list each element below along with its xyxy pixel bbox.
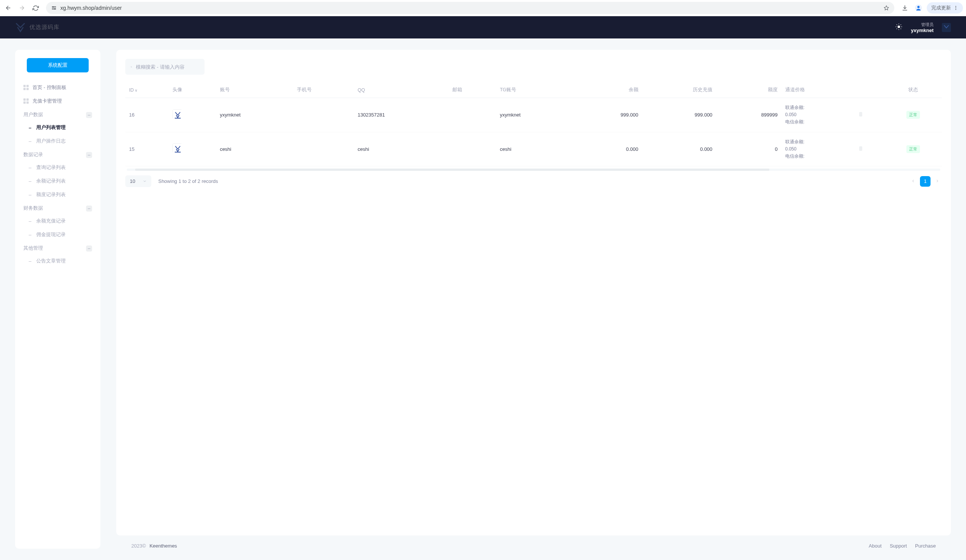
- page-next[interactable]: [933, 176, 942, 187]
- sidebar-item-user-log[interactable]: 用户操作日志: [22, 134, 94, 148]
- brand-logo[interactable]: 优选源码库: [15, 22, 60, 33]
- col-id[interactable]: ID: [125, 82, 169, 98]
- sidebar-item-recharge[interactable]: 充值卡密管理: [22, 94, 94, 108]
- cell-email: [449, 132, 496, 166]
- status-badge: 正常: [906, 145, 920, 153]
- sidebar-item-quota-records[interactable]: 额度记录列表: [22, 188, 94, 201]
- cell-balance: 999.000: [573, 98, 642, 133]
- sidebar-item-withdrawal-records[interactable]: 佣金提现记录: [22, 228, 94, 241]
- theme-toggle[interactable]: [895, 23, 903, 32]
- reload-button[interactable]: [30, 3, 41, 13]
- svg-point-19: [131, 66, 132, 67]
- address-bar[interactable]: xg.hwym.shop/admin/user: [46, 2, 894, 14]
- status-badge: 正常: [906, 111, 920, 119]
- search-input[interactable]: [136, 64, 199, 70]
- col-channel[interactable]: 通道价格: [782, 82, 856, 98]
- content-panel: ID 头像 账号 手机号 QQ 邮箱 TG账号 余额 历史充值 额度 通道价格 …: [116, 50, 951, 535]
- cell-tg: ceshi: [496, 132, 573, 166]
- col-qq[interactable]: QQ: [354, 82, 449, 98]
- main-layout: 系统配置 首页 - 控制面板 充值卡密管理 用户数据– 用户列表管理 用户操作日…: [0, 38, 966, 560]
- sidebar-item-balance-records[interactable]: 余额记录列表: [22, 174, 94, 188]
- section-user-data[interactable]: 用户数据–: [22, 108, 94, 121]
- search-bar: [125, 59, 205, 75]
- sidebar-item-dashboard[interactable]: 首页 - 控制面板: [22, 81, 94, 94]
- section-other[interactable]: 其他管理–: [22, 241, 94, 254]
- update-button[interactable]: 完成更新: [927, 2, 963, 13]
- search-icon: [131, 64, 132, 70]
- svg-line-20: [132, 67, 132, 67]
- cell-history: 999.000: [642, 98, 716, 133]
- disabled-icon: [859, 146, 862, 151]
- svg-point-8: [955, 9, 956, 10]
- col-history[interactable]: 历史充值: [642, 82, 716, 98]
- svg-line-13: [901, 28, 901, 29]
- browser-toolbar: xg.hwym.shop/admin/user 完成更新: [0, 0, 966, 16]
- kebab-icon: [953, 5, 958, 11]
- col-icon: [856, 82, 884, 98]
- sidebar-item-user-list[interactable]: 用户列表管理: [22, 121, 94, 134]
- svg-point-3: [54, 8, 55, 9]
- cell-phone: [293, 98, 354, 133]
- page-prev[interactable]: [909, 176, 918, 187]
- col-email[interactable]: 邮箱: [449, 82, 496, 98]
- col-avatar[interactable]: 头像: [169, 82, 216, 98]
- user-menu[interactable]: 管理员 yxymknet: [911, 22, 933, 33]
- sidebar-item-announcements[interactable]: 公告文章管理: [22, 254, 94, 268]
- grid-icon: [23, 98, 29, 104]
- col-account[interactable]: 账号: [216, 82, 293, 98]
- cell-channel: 联通余额:0.050电信余额:: [782, 98, 856, 133]
- svg-rect-24: [175, 152, 181, 153]
- cell-channel: 联通余额:0.050电信余额:: [782, 132, 856, 166]
- star-icon[interactable]: [884, 5, 889, 11]
- cell-id: 16: [125, 98, 169, 133]
- table-row[interactable]: 16 yxymknet 1302357281 yxymknet 999.000 …: [125, 98, 942, 133]
- sidebar: 系统配置 首页 - 控制面板 充值卡密管理 用户数据– 用户列表管理 用户操作日…: [15, 50, 100, 549]
- footer: 2023© Keenthemes About Support Purchase: [116, 535, 951, 549]
- page-size-select[interactable]: 10: [125, 175, 151, 187]
- cell-disabled-icon: [856, 98, 884, 133]
- user-avatar[interactable]: [942, 23, 951, 32]
- downloads-icon[interactable]: [900, 3, 910, 13]
- users-table: ID 头像 账号 手机号 QQ 邮箱 TG账号 余额 历史充值 额度 通道价格 …: [125, 82, 942, 166]
- cell-tg: yxymknet: [496, 98, 573, 133]
- col-quota[interactable]: 额度: [716, 82, 782, 98]
- svg-point-5: [917, 6, 920, 8]
- avatar-icon: [172, 110, 182, 119]
- cell-qq: ceshi: [354, 132, 449, 166]
- footer-purchase[interactable]: Purchase: [915, 543, 936, 549]
- back-button[interactable]: [3, 3, 13, 13]
- cell-avatar: [169, 132, 216, 166]
- cell-email: [449, 98, 496, 133]
- system-config-button[interactable]: 系统配置: [27, 58, 89, 72]
- col-balance[interactable]: 余额: [573, 82, 642, 98]
- disabled-icon: [859, 112, 862, 116]
- forward-button[interactable]: [16, 3, 27, 13]
- collapse-icon: –: [86, 152, 92, 158]
- footer-about[interactable]: About: [869, 543, 882, 549]
- site-settings-icon: [51, 5, 57, 11]
- profile-icon[interactable]: [913, 3, 924, 13]
- col-phone[interactable]: 手机号: [293, 82, 354, 98]
- col-tg[interactable]: TG账号: [496, 82, 573, 98]
- url-text: xg.hwym.shop/admin/user: [61, 5, 880, 11]
- cell-account: ceshi: [216, 132, 293, 166]
- table-row[interactable]: 15 ceshi ceshi ceshi 0.000 0.000 0 联通余额:…: [125, 132, 942, 166]
- collapse-icon: –: [86, 246, 92, 252]
- grid-icon: [23, 85, 29, 90]
- cell-status: 正常: [884, 98, 942, 133]
- page-1[interactable]: 1: [920, 176, 930, 187]
- cell-history: 0.000: [642, 132, 716, 166]
- svg-point-9: [898, 25, 900, 28]
- collapse-icon: –: [86, 206, 92, 211]
- col-status[interactable]: 状态: [884, 82, 942, 98]
- pagination: 10 Showing 1 to 2 of 2 records 1: [125, 175, 942, 187]
- svg-point-7: [955, 8, 956, 8]
- footer-support[interactable]: Support: [890, 543, 907, 549]
- section-data-records[interactable]: 数据记录–: [22, 148, 94, 160]
- sidebar-item-recharge-records[interactable]: 余额充值记录: [22, 214, 94, 228]
- cell-disabled-icon: [856, 132, 884, 166]
- sidebar-item-query-records[interactable]: 查询记录列表: [22, 160, 94, 174]
- section-finance[interactable]: 财务数据–: [22, 201, 94, 214]
- svg-point-6: [955, 6, 956, 7]
- horizontal-scrollbar[interactable]: [127, 169, 940, 171]
